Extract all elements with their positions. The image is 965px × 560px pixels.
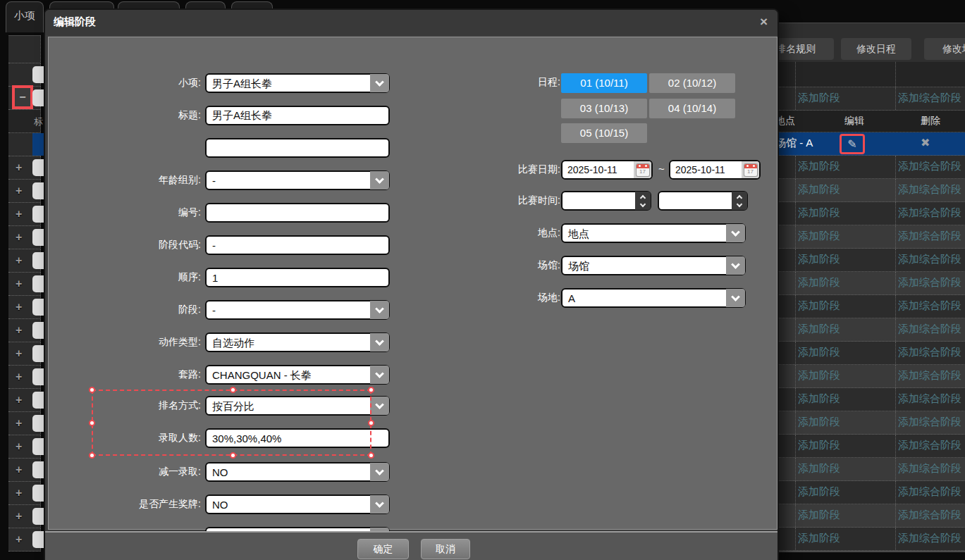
add-combined-stage-link[interactable]: 添加综合阶段: [898, 183, 961, 197]
add-stage-link[interactable]: 添加阶段: [798, 416, 840, 429]
expand-row-button[interactable]: +: [16, 394, 22, 406]
add-stage-link[interactable]: 添加阶段: [798, 206, 840, 220]
field-select[interactable]: 男子A组长拳: [205, 73, 390, 93]
field-input[interactable]: [205, 268, 390, 287]
expand-row-button[interactable]: +: [16, 347, 22, 360]
add-stage-link[interactable]: 添加阶段: [798, 346, 840, 359]
expand-row-button[interactable]: +: [16, 161, 22, 174]
cancel-button[interactable]: 取消: [421, 539, 470, 559]
expand-row-button[interactable]: +: [16, 533, 22, 546]
add-stage-link[interactable]: 添加阶段: [798, 299, 840, 313]
race-time-end-input[interactable]: [658, 191, 748, 211]
chevron-down-icon: [370, 301, 389, 319]
add-combined-stage-link[interactable]: 添加综合阶段: [898, 276, 961, 290]
expand-row-button[interactable]: +: [16, 278, 22, 290]
add-stage-link[interactable]: 添加阶段: [798, 462, 840, 475]
add-stage-link[interactable]: 添加阶段: [798, 230, 840, 243]
add-stage-link[interactable]: 添加阶段: [798, 509, 840, 522]
field-select[interactable]: CHANGQUAN - 长拳: [205, 365, 390, 385]
race-date-start-input[interactable]: 2025-10-11 17: [561, 160, 653, 180]
add-combined-stage-link[interactable]: 添加综合阶段: [898, 416, 961, 429]
location-select[interactable]: 地点: [561, 223, 746, 243]
add-stage-link[interactable]: 添加阶段: [798, 160, 840, 173]
expand-row-button[interactable]: +: [16, 487, 22, 499]
edit-venue-button[interactable]: 修改场地: [924, 38, 965, 60]
time-spinner[interactable]: [732, 192, 747, 210]
expand-row-button[interactable]: +: [16, 208, 22, 220]
delete-x-icon: ✖: [921, 137, 930, 149]
add-combined-stage-link[interactable]: 添加综合阶段: [898, 439, 961, 452]
add-combined-stage-link[interactable]: 添加综合阶段: [898, 509, 961, 522]
add-combined-stage-link[interactable]: 添加综合阶段: [898, 299, 961, 313]
time-spinner[interactable]: [635, 192, 651, 210]
add-combined-stage-link[interactable]: 添加综合阶段: [898, 532, 961, 545]
add-stage-link[interactable]: 添加阶段: [798, 276, 840, 290]
expand-row-button[interactable]: +: [16, 371, 22, 383]
add-combined-stage-link[interactable]: 添加综合阶段: [898, 346, 961, 359]
expand-row-button[interactable]: +: [16, 440, 22, 453]
add-stage-link[interactable]: 添加阶段: [798, 323, 840, 336]
field-input[interactable]: [205, 428, 390, 448]
field-input[interactable]: [205, 235, 390, 255]
close-icon[interactable]: ×: [760, 14, 768, 30]
schedule-day-button[interactable]: 05 (10/15): [561, 123, 647, 143]
expand-row-button[interactable]: +: [16, 231, 22, 244]
add-stage-link[interactable]: 添加阶段: [798, 369, 840, 382]
hidden-button-sliver: [32, 531, 44, 548]
field-label: 阶段代码:: [88, 239, 201, 251]
form-row: 是否产生奖牌: NO: [88, 494, 793, 514]
venue-label: 场馆:: [476, 259, 560, 272]
schedule-day-button[interactable]: 02 (10/12): [649, 73, 735, 93]
dialog-title: 编辑阶段: [54, 15, 96, 29]
date-picker-button[interactable]: 17: [742, 161, 759, 178]
add-combined-stage-link[interactable]: 添加综合阶段: [898, 230, 961, 243]
ok-button[interactable]: 确定: [357, 539, 409, 559]
edit-schedule-button[interactable]: 修改日程: [841, 38, 911, 60]
add-stage-link[interactable]: 添加阶段: [798, 392, 840, 406]
add-combined-stage-link[interactable]: 添加综合阶段: [898, 462, 961, 475]
add-combined-stage-link[interactable]: 添加综合阶段: [898, 369, 961, 382]
collapse-row-button[interactable]: −: [12, 85, 33, 109]
field-select[interactable]: NO: [205, 494, 390, 514]
delete-stage-button[interactable]: ✖: [921, 136, 930, 149]
add-stage-link[interactable]: 添加阶段: [798, 183, 840, 197]
venue-select[interactable]: 场馆: [561, 256, 746, 275]
field-select[interactable]: 自选动作: [205, 332, 390, 352]
field-select[interactable]: NO: [205, 462, 390, 482]
add-combined-stage-link[interactable]: 添加综合阶段: [898, 392, 961, 406]
field-select[interactable]: -: [205, 170, 390, 190]
expand-row-button[interactable]: +: [16, 301, 22, 313]
add-stage-link[interactable]: 添加阶段: [798, 92, 840, 105]
field-select[interactable]: -: [205, 300, 390, 320]
schedule-day-button[interactable]: 04 (10/14): [649, 99, 735, 118]
add-combined-stage-link[interactable]: 添加综合阶段: [898, 485, 961, 499]
add-combined-stage-link[interactable]: 添加综合阶段: [898, 323, 961, 336]
expand-row-button[interactable]: +: [16, 510, 22, 523]
add-stage-link[interactable]: 添加阶段: [798, 253, 840, 266]
hidden-button-sliver: [32, 508, 44, 525]
field-select[interactable]: A: [561, 288, 746, 308]
add-combined-stage-link[interactable]: 添加综合阶段: [898, 206, 961, 220]
expand-row-button[interactable]: +: [16, 324, 22, 337]
expand-row-button[interactable]: +: [16, 185, 22, 197]
edit-stage-button[interactable]: ✎: [840, 134, 865, 154]
expand-row-button[interactable]: +: [16, 463, 22, 476]
add-stage-link[interactable]: 添加阶段: [798, 532, 840, 545]
add-combined-stage-link[interactable]: 添加综合阶段: [898, 160, 961, 173]
hidden-button-sliver: [32, 322, 44, 339]
field-input[interactable]: [205, 138, 390, 158]
add-stage-link[interactable]: 添加阶段: [798, 439, 840, 452]
field-select[interactable]: 按百分比: [205, 396, 390, 416]
expand-row-button[interactable]: +: [16, 254, 22, 267]
expand-row-button[interactable]: +: [16, 417, 22, 430]
date-picker-button[interactable]: 17: [634, 161, 651, 178]
add-stage-link[interactable]: 添加阶段: [798, 485, 840, 499]
race-time-start-input[interactable]: [561, 191, 651, 211]
add-combined-stage-link[interactable]: 添加综合阶段: [898, 253, 961, 266]
add-combined-stage-link[interactable]: 添加综合阶段: [898, 92, 961, 105]
schedule-day-button[interactable]: 03 (10/13): [561, 99, 647, 118]
race-date-end-input[interactable]: 2025-10-11 17: [669, 160, 761, 180]
schedule-day-button[interactable]: 01 (10/11): [561, 73, 647, 93]
field-input[interactable]: [205, 106, 390, 125]
field-input[interactable]: [205, 203, 390, 223]
